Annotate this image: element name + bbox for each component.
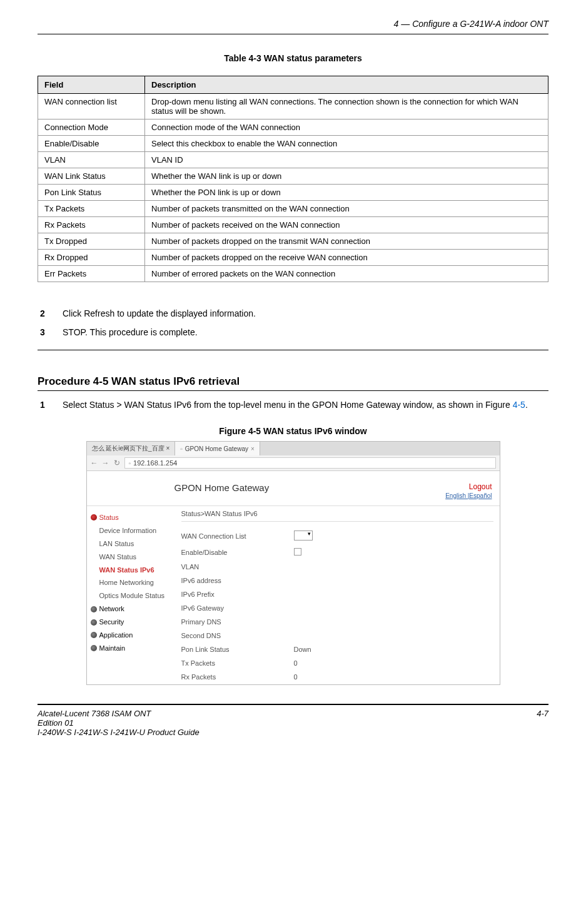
field-second-dns: Second DNS <box>181 632 493 639</box>
table-row: Err PacketsNumber of errored packets on … <box>38 266 548 282</box>
table-row: Tx PacketsNumber of packets transmitted … <box>38 201 548 217</box>
tab-label: 怎么 延长ie网页下拉_百度 × <box>92 444 170 453</box>
cell-field: Pon Link Status <box>38 185 145 201</box>
bullet-icon <box>91 619 97 626</box>
breadcrumb: Status>WAN Status IPv6 <box>181 510 493 522</box>
sidebar-category-maintain[interactable]: Maintain <box>91 642 175 655</box>
language-link[interactable]: English |Español <box>445 492 492 499</box>
field-label: Second DNS <box>181 632 294 639</box>
figure-caption: Figure 4-5 WAN status IPv6 window <box>38 426 548 436</box>
page-footer: Alcatel-Lucent 7368 ISAM ONT Edition 01 … <box>38 709 548 737</box>
procedure-title: Procedure 4-5 WAN status IPv6 retrieval <box>38 375 548 388</box>
figure-wan-ipv6-window: 怎么 延长ie网页下拉_百度 × ▫ GPON Home Gateway × ←… <box>86 441 500 685</box>
field-label: Tx Packets <box>181 659 294 667</box>
cell-desc: Connection mode of the WAN connection <box>145 119 548 136</box>
url-text: 192.168.1.254 <box>133 459 177 467</box>
sidebar-item-device-information[interactable]: Device Information <box>91 524 175 537</box>
table-row: Rx DroppedNumber of packets dropped on t… <box>38 250 548 266</box>
step-text-post: . <box>525 400 528 410</box>
footer-divider <box>38 704 548 705</box>
cell-desc: Number of packets dropped on the transmi… <box>145 233 548 250</box>
gpon-header: GPON Home Gateway Logout English |Españo… <box>87 471 500 506</box>
field-ipv6-gateway: IPv6 Gateway <box>181 604 493 612</box>
sidebar-item-wan-status-ipv6[interactable]: WAN Status IPv6 <box>91 564 175 577</box>
cell-field: VLAN <box>38 152 145 168</box>
sidebar-label: Application <box>99 629 133 642</box>
footer-edition: Edition 01 <box>38 718 200 728</box>
browser-tab-bar: 怎么 延长ie网页下拉_百度 × ▫ GPON Home Gateway × <box>87 442 500 455</box>
bullet-icon <box>91 606 97 612</box>
field-rx-packets: Rx Packets 0 <box>181 673 493 681</box>
page-icon: ▫ <box>180 445 183 452</box>
chapter-header: 4 — Configure a G-241W-A indoor ONT <box>38 19 548 29</box>
step-number: 1 <box>38 400 63 410</box>
field-label: Enable/Disable <box>181 549 294 556</box>
close-icon[interactable]: × <box>251 445 255 452</box>
reload-icon[interactable]: ↻ <box>113 459 121 467</box>
bullet-icon <box>91 514 97 520</box>
field-label: IPv6 Prefix <box>181 591 294 598</box>
field-value: 0 <box>294 673 298 681</box>
cell-desc: VLAN ID <box>145 152 548 168</box>
field-label: Pon Link Status <box>181 646 294 653</box>
sidebar-category-application[interactable]: Application <box>91 629 175 642</box>
table-caption: Table 4-3 WAN status parameters <box>38 53 548 63</box>
enable-checkbox[interactable] <box>294 548 301 556</box>
step-text: STOP. This procedure is complete. <box>63 327 548 337</box>
field-label: IPv6 Gateway <box>181 604 294 612</box>
footer-guide: I-240W-S I-241W-S I-241W-U Product Guide <box>38 728 200 737</box>
field-ipv6-prefix: IPv6 Prefix <box>181 591 493 598</box>
bullet-icon <box>91 645 97 651</box>
sidebar-item-optics-module-status[interactable]: Optics Module Status <box>91 589 175 602</box>
logout-link[interactable]: Logout <box>445 482 492 491</box>
table-row: Tx DroppedNumber of packets dropped on t… <box>38 233 548 250</box>
cell-field: Enable/Disable <box>38 136 145 152</box>
table-row: WAN Link StatusWhether the WAN link is u… <box>38 168 548 185</box>
browser-tab[interactable]: ▫ GPON Home Gateway × <box>175 442 260 455</box>
step-text: Select Status > WAN Status IPv6 from the… <box>63 400 548 410</box>
browser-url-bar: ← → ↻ ▫ 192.168.1.254 <box>87 455 500 471</box>
back-icon[interactable]: ← <box>91 459 98 467</box>
forward-icon[interactable]: → <box>102 459 109 467</box>
cell-desc: Drop-down menu listing all WAN connectio… <box>145 94 548 119</box>
cell-desc: Number of errored packets on the WAN con… <box>145 266 548 282</box>
field-tx-packets: Tx Packets 0 <box>181 659 493 667</box>
table-header-field: Field <box>38 76 145 94</box>
cell-field: Rx Packets <box>38 217 145 233</box>
sidebar-category-security[interactable]: Security <box>91 616 175 629</box>
content-area: Status>WAN Status IPv6 WAN Connection Li… <box>175 506 500 684</box>
cell-desc: Whether the WAN link is up or down <box>145 168 548 185</box>
page-number: 4-7 <box>537 709 548 737</box>
figure-reference-link[interactable]: 4-5 <box>513 400 525 410</box>
field-label: IPv6 address <box>181 577 294 584</box>
table-row: Connection ModeConnection mode of the WA… <box>38 119 548 136</box>
cell-desc: Select this checkbox to enable the WAN c… <box>145 136 548 152</box>
cell-desc: Number of packets received on the WAN co… <box>145 217 548 233</box>
table-header-description: Description <box>145 76 548 94</box>
step-2: 2 Click Refresh to update the displayed … <box>38 308 548 318</box>
browser-tab[interactable]: 怎么 延长ie网页下拉_百度 × <box>87 442 176 455</box>
cell-field: WAN connection list <box>38 94 145 119</box>
field-pon-link-status: Pon Link Status Down <box>181 646 493 653</box>
field-ipv6-address: IPv6 address <box>181 577 493 584</box>
field-wan-connection-list: WAN Connection List <box>181 531 493 542</box>
wan-connection-select[interactable] <box>294 531 313 541</box>
cell-field: Rx Dropped <box>38 250 145 266</box>
page-icon: ▫ <box>129 460 131 467</box>
table-row: Pon Link StatusWhether the PON link is u… <box>38 185 548 201</box>
field-label: VLAN <box>181 563 294 571</box>
cell-field: Tx Dropped <box>38 233 145 250</box>
field-primary-dns: Primary DNS <box>181 618 493 626</box>
cell-field: WAN Link Status <box>38 168 145 185</box>
field-vlan: VLAN <box>181 563 493 571</box>
sidebar-item-lan-status[interactable]: LAN Status <box>91 537 175 551</box>
url-field[interactable]: ▫ 192.168.1.254 <box>124 457 496 469</box>
field-value: Down <box>294 646 311 653</box>
field-enable-disable: Enable/Disable <box>181 548 493 557</box>
sidebar-category-status[interactable]: Status <box>91 511 175 524</box>
procedure-underline <box>38 390 548 391</box>
sidebar-item-home-networking[interactable]: Home Networking <box>91 576 175 589</box>
sidebar-category-network[interactable]: Network <box>91 602 175 616</box>
sidebar-item-wan-status[interactable]: WAN Status <box>91 551 175 564</box>
cell-field: Tx Packets <box>38 201 145 217</box>
